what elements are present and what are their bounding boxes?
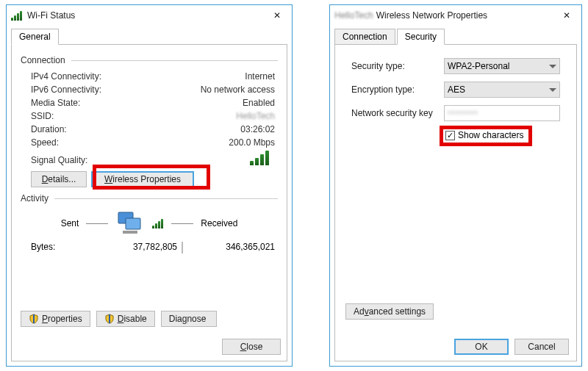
svg-rect-1 (126, 218, 140, 229)
network-key-value: •••••••• (448, 108, 478, 118)
tabstrip: General (11, 27, 287, 45)
window-title: Wi-Fi Status (27, 10, 267, 21)
tab-body: Connection IPv4 Connectivity:Internet IP… (11, 45, 287, 361)
section-connection: Connection (21, 55, 278, 65)
tab-connection[interactable]: Connection (334, 29, 395, 45)
speed-label: Speed: (31, 137, 126, 148)
duration-value: 03:26:02 (126, 124, 278, 134)
encryption-type-combo[interactable]: AES (444, 82, 560, 98)
ipv4-value: Internet (126, 71, 278, 82)
media-value: Enabled (126, 98, 278, 108)
window-title: Wireless Network Properties (376, 10, 556, 21)
signal-quality-icon (250, 151, 270, 165)
wireless-properties-button[interactable]: Wireless Properties (91, 171, 194, 187)
security-type-value: WPA2-Personal (448, 61, 509, 71)
tab-security[interactable]: Security (397, 29, 445, 45)
close-button[interactable]: ✕ (267, 8, 287, 23)
security-type-label: Security type: (351, 61, 444, 71)
bytes-label: Bytes: (31, 242, 90, 253)
shield-icon (104, 314, 115, 324)
sent-label: Sent (61, 218, 79, 228)
security-type-combo[interactable]: WPA2-Personal (444, 58, 560, 74)
duration-label: Duration: (31, 124, 126, 134)
show-characters-label: Show characters (458, 130, 523, 140)
titlebar: HelloTech Wireless Network Properties ✕ (330, 5, 581, 26)
network-key-label: Network security key (351, 108, 444, 118)
encryption-type-value: AES (448, 84, 465, 95)
tab-body: Security type: WPA2-Personal Encryption … (334, 45, 577, 361)
activity-monitor-icon (115, 211, 145, 236)
tab-general[interactable]: General (11, 29, 59, 45)
close-dialog-button[interactable]: Close (222, 339, 281, 355)
disable-button[interactable]: Disable (96, 311, 155, 327)
speed-value: 200.0 Mbps (126, 137, 278, 148)
media-label: Media State: (31, 98, 126, 108)
details-button[interactable]: Details... (31, 171, 87, 187)
received-label: Received (201, 218, 237, 228)
ok-button[interactable]: OK (454, 339, 509, 355)
wifi-status-window: Wi-Fi Status ✕ General Connection IPv4 C… (6, 4, 293, 367)
encryption-type-label: Encryption type: (351, 84, 444, 95)
activity-signal-icon (152, 218, 164, 228)
properties-button[interactable]: Properties (21, 311, 90, 327)
ssid-value: HelloTech (126, 111, 278, 121)
titlebar: Wi-Fi Status ✕ (7, 5, 292, 26)
chevron-down-icon (549, 88, 556, 92)
tabstrip: Connection Security (334, 27, 577, 45)
bytes-received-value: 346,365,021 (183, 242, 275, 253)
close-button[interactable]: ✕ (556, 8, 577, 23)
wireless-properties-window: HelloTech Wireless Network Properties ✕ … (329, 4, 582, 367)
section-activity: Activity (21, 193, 278, 203)
chevron-down-icon (549, 65, 556, 68)
section-label: Connection (21, 55, 65, 65)
shield-icon (29, 314, 39, 324)
ipv6-value: No network access (126, 84, 278, 95)
advanced-settings-button[interactable]: Advanced settings (345, 303, 434, 320)
ipv6-label: IPv6 Connectivity: (31, 84, 126, 95)
ssid-label: SSID: (31, 111, 126, 121)
bytes-sent-value: 37,782,805 (90, 242, 182, 253)
ipv4-label: IPv4 Connectivity: (31, 71, 126, 82)
section-label: Activity (21, 193, 49, 203)
show-characters-checkbox[interactable] (445, 131, 455, 140)
network-key-input[interactable]: •••••••• (444, 105, 560, 121)
svg-rect-2 (123, 231, 137, 234)
cancel-button[interactable]: Cancel (514, 339, 569, 355)
diagnose-button[interactable]: Diagnose (161, 311, 217, 327)
signal-label: Signal Quality: (31, 155, 126, 165)
window-title-prefix: HelloTech (334, 10, 373, 21)
wifi-icon (11, 10, 23, 21)
